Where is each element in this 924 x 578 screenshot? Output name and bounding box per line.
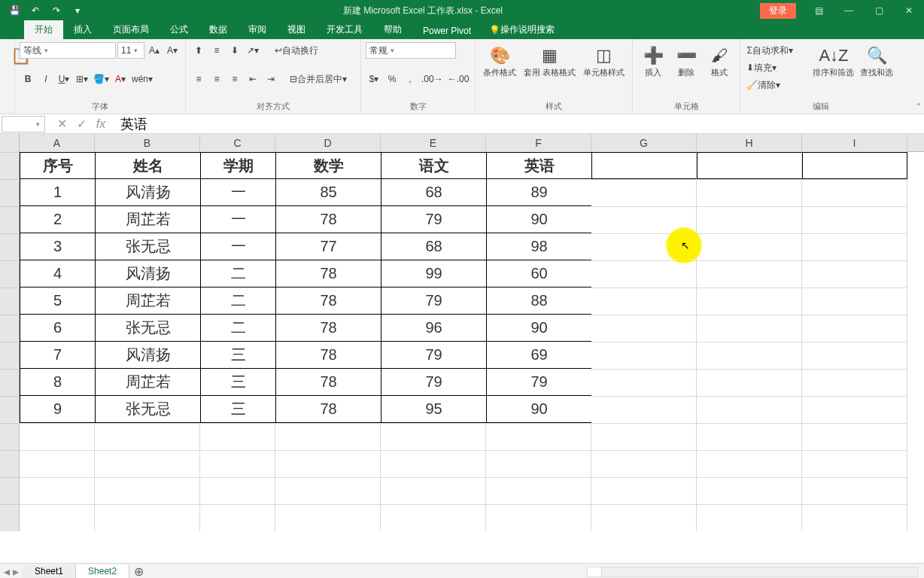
data-cell[interactable]: 68 [381,179,486,206]
tab-data[interactable]: 数据 [199,20,238,39]
row-header-2[interactable] [0,179,20,206]
data-cell[interactable]: 7 [20,342,95,369]
data-cell[interactable]: 85 [275,179,381,206]
row-header-8[interactable] [0,342,20,369]
cell[interactable] [20,423,95,450]
row-header-9[interactable] [0,369,20,396]
data-cell[interactable]: 69 [486,342,591,369]
cancel-formula-icon[interactable]: ✕ [54,116,69,132]
cell[interactable] [486,504,591,531]
cell[interactable] [20,504,95,531]
cell[interactable] [381,477,486,504]
row-header-4[interactable] [0,233,20,260]
cell[interactable] [697,287,802,315]
sort-filter-button[interactable]: A↓Z排序和筛选 [810,42,857,93]
data-cell[interactable]: 78 [275,315,381,342]
data-cell[interactable]: 79 [381,206,486,233]
cell[interactable] [802,287,907,315]
cell[interactable] [591,315,697,342]
column-header-C[interactable]: C [200,134,275,152]
data-cell[interactable]: 三 [200,369,275,396]
cell[interactable] [591,450,697,477]
column-header-E[interactable]: E [381,134,486,152]
select-all-corner[interactable] [0,134,20,152]
cell[interactable] [802,504,907,531]
cell[interactable] [697,315,802,342]
data-cell[interactable]: 3 [20,233,95,260]
tab-review[interactable]: 审阅 [238,20,277,39]
tab-help[interactable]: 帮助 [373,20,412,39]
login-button[interactable]: 登录 [760,3,796,19]
data-cell[interactable]: 风清扬 [95,260,200,287]
column-header-I[interactable]: I [802,134,907,152]
spreadsheet-grid[interactable]: ABCDEFGHI 序号姓名学期数学语文英语1风清扬一8568892周芷若一78… [0,134,924,563]
data-cell[interactable]: 二 [200,315,275,342]
format-cells-button[interactable]: 🖌格式 [704,42,735,78]
data-cell[interactable]: 2 [20,206,95,233]
font-size-combo[interactable]: 11▾ [117,42,144,59]
cell[interactable] [591,477,697,504]
align-bottom-icon[interactable]: ⬇ [226,42,243,59]
align-right-icon[interactable]: ≡ [226,71,243,87]
data-cell[interactable]: 1 [20,179,95,206]
font-color-button[interactable]: A▾ [112,71,129,87]
format-table-button[interactable]: ▦套用 表格格式 [521,42,579,78]
cell[interactable] [697,233,802,260]
qat-customize-icon[interactable]: ▾ [69,2,86,19]
row-header-1[interactable] [0,152,20,179]
row-header-12[interactable] [0,450,20,477]
data-cell[interactable]: 8 [20,369,95,396]
data-cell[interactable]: 77 [275,233,381,260]
collapse-ribbon-icon[interactable]: ˄ [916,102,921,112]
column-header-F[interactable]: F [486,134,591,152]
ribbon-options-icon[interactable]: ▤ [804,0,834,21]
data-cell[interactable]: 二 [200,260,275,287]
cell[interactable] [200,423,275,450]
undo-icon[interactable]: ↶ [27,2,44,19]
cell[interactable] [275,504,381,531]
header-cell[interactable]: 语文 [381,152,486,179]
cell[interactable] [200,477,275,504]
name-box[interactable]: ▾ [2,116,45,132]
data-cell[interactable]: 98 [486,233,591,260]
cell[interactable] [802,260,907,287]
cell[interactable] [802,450,907,477]
tab-developer[interactable]: 开发工具 [316,20,373,39]
tab-insert[interactable]: 插入 [63,20,102,39]
header-cell[interactable]: 姓名 [95,152,200,179]
cell[interactable] [697,477,802,504]
cell[interactable] [802,315,907,342]
phonetic-button[interactable]: wén▾ [130,71,154,87]
data-cell[interactable]: 风清扬 [95,342,200,369]
row-header-3[interactable] [0,206,20,233]
data-cell[interactable]: 88 [486,287,591,315]
cell[interactable] [591,287,697,315]
cell[interactable] [381,423,486,450]
data-cell[interactable]: 68 [381,233,486,260]
data-cell[interactable]: 90 [486,315,591,342]
data-cell[interactable]: 78 [275,396,381,423]
cell[interactable] [697,342,802,369]
cell[interactable] [381,450,486,477]
insert-cells-button[interactable]: ➕插入 [637,42,669,78]
number-format-combo[interactable]: 常规▾ [366,42,456,59]
data-cell[interactable]: 95 [381,396,486,423]
sheet-nav[interactable]: ◂ ▸ [0,564,23,578]
sheet-tab-sheet2[interactable]: Sheet2 [76,564,129,579]
cell[interactable] [591,369,697,396]
data-cell[interactable]: 78 [275,206,381,233]
data-cell[interactable]: 风清扬 [95,179,200,206]
decrease-font-icon[interactable]: A▾ [164,42,181,59]
row-header-13[interactable] [0,477,20,504]
horizontal-scrollbar[interactable] [147,567,924,577]
row-header-11[interactable] [0,423,20,450]
column-header-H[interactable]: H [697,134,802,152]
tab-layout[interactable]: 页面布局 [102,20,160,39]
data-cell[interactable]: 79 [486,369,591,396]
data-cell[interactable]: 张无忌 [95,233,200,260]
cell[interactable] [591,206,697,233]
decrease-indent-icon[interactable]: ⇤ [245,71,261,87]
cell[interactable] [802,342,907,369]
bold-button[interactable]: B [20,71,36,87]
data-cell[interactable]: 78 [275,342,381,369]
